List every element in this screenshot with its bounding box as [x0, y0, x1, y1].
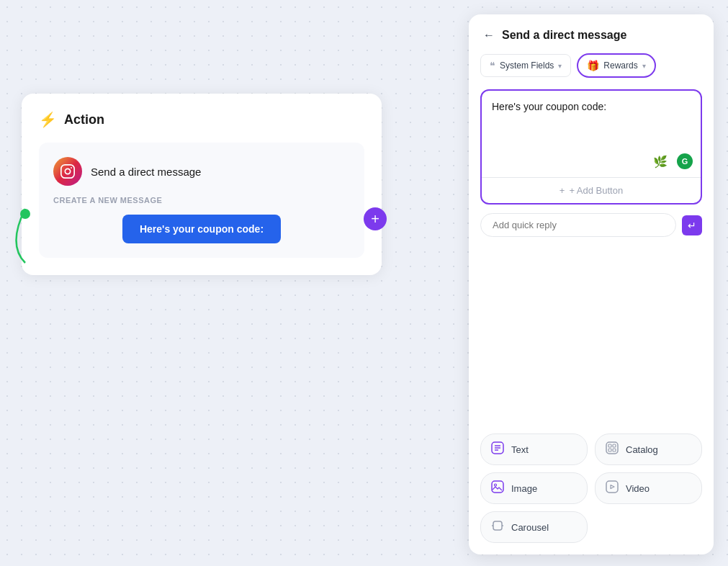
create-label: CREATE A NEW MESSAGE — [53, 196, 350, 205]
grammarly-icon: G — [677, 153, 693, 169]
catalog-type-icon — [606, 441, 619, 457]
system-fields-button[interactable]: ❝ System Fields ▾ — [480, 54, 571, 77]
enter-icon: ↵ — [688, 220, 696, 231]
action-card: ⚡ Action Send a direct message CREATE A … — [22, 94, 382, 275]
svg-point-1 — [65, 169, 70, 174]
connector-dot — [20, 209, 30, 219]
svg-rect-10 — [608, 449, 611, 452]
grammarly-button[interactable]: G — [675, 151, 695, 171]
action-title: Action — [64, 112, 104, 127]
content-type-image[interactable]: Image — [480, 472, 588, 504]
panel-header: ← Send a direct message — [469, 14, 714, 53]
video-type-icon — [606, 480, 619, 496]
add-node-button[interactable]: + — [364, 207, 387, 230]
right-panel: ← Send a direct message ❝ System Fields … — [469, 14, 714, 554]
message-editor: Here's your coupon code: 🌿 G + + Add But… — [480, 89, 702, 205]
dropdown-arrow-icon: ▾ — [558, 62, 562, 70]
svg-rect-9 — [613, 444, 616, 447]
svg-rect-8 — [608, 444, 611, 447]
content-type-video-label: Video — [626, 483, 650, 494]
add-button-plus-icon: + — [560, 185, 565, 196]
back-button[interactable]: ← — [483, 29, 495, 42]
instagram-icon — [53, 157, 82, 186]
svg-rect-0 — [61, 165, 74, 178]
svg-rect-14 — [606, 481, 618, 493]
content-type-catalog-label: Catalog — [626, 444, 658, 455]
quick-reply-input[interactable] — [480, 213, 676, 237]
text-type-icon — [491, 441, 504, 457]
content-type-carousel-label: Carousel — [511, 522, 549, 533]
image-type-icon — [491, 480, 504, 496]
content-types-grid: Text Catalog — [469, 422, 714, 554]
content-type-text-label: Text — [511, 444, 529, 455]
emoji-button[interactable]: 🌿 — [650, 151, 670, 171]
rewards-icon: 🎁 — [587, 60, 599, 71]
content-type-catalog[interactable]: Catalog — [595, 434, 702, 465]
message-label: Send a direct message — [91, 166, 201, 178]
lightning-icon: ⚡ — [39, 111, 57, 128]
svg-point-2 — [71, 167, 72, 169]
editor-text-area[interactable]: Here's your coupon code: — [482, 91, 701, 148]
add-button-row[interactable]: + + Add Button — [482, 177, 701, 203]
content-type-text[interactable]: Text — [480, 434, 588, 465]
action-header: ⚡ Action — [39, 111, 364, 128]
quote-icon: ❝ — [490, 60, 495, 71]
editor-icon-row: 🌿 G — [482, 148, 701, 177]
svg-rect-12 — [492, 481, 503, 493]
emoji-icon: 🌿 — [653, 155, 668, 169]
content-type-image-label: Image — [511, 483, 537, 494]
rewards-dropdown-arrow-icon: ▾ — [642, 62, 646, 70]
message-row: Send a direct message — [53, 157, 350, 186]
panel-title: Send a direct message — [502, 29, 626, 42]
toolbar-row: ❝ System Fields ▾ 🎁 Rewards ▾ — [469, 53, 714, 89]
svg-point-13 — [495, 484, 497, 486]
rewards-button[interactable]: 🎁 Rewards ▾ — [577, 53, 655, 78]
svg-rect-15 — [493, 521, 502, 530]
coupon-button[interactable]: Here's your coupon code: — [122, 215, 281, 243]
quick-reply-row: ↵ — [469, 205, 714, 246]
svg-rect-7 — [606, 442, 618, 454]
carousel-type-icon — [491, 519, 504, 535]
enter-button[interactable]: ↵ — [682, 215, 702, 235]
message-block: Send a direct message CREATE A NEW MESSA… — [39, 143, 364, 258]
content-type-video[interactable]: Video — [595, 472, 702, 504]
content-type-carousel[interactable]: Carousel — [480, 511, 588, 543]
svg-rect-11 — [613, 449, 616, 452]
